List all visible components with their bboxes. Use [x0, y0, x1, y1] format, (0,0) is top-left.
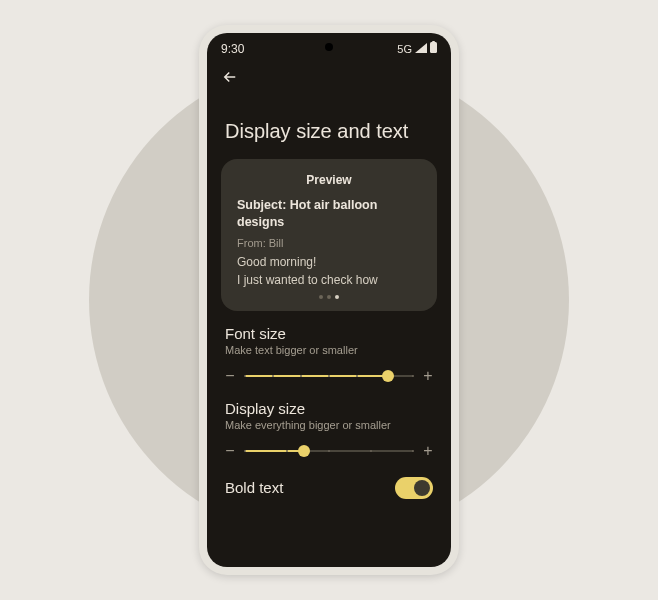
- dot: [327, 295, 331, 299]
- back-button[interactable]: [207, 60, 451, 98]
- font-size-slider[interactable]: [245, 366, 413, 386]
- bold-text-toggle[interactable]: [395, 477, 433, 499]
- display-size-slider-row: − +: [225, 441, 433, 461]
- battery-icon: [430, 41, 437, 56]
- page-dots: [237, 295, 421, 299]
- page-title: Display size and text: [207, 98, 451, 159]
- font-size-section: Font size Make text bigger or smaller − …: [207, 311, 451, 386]
- display-size-title: Display size: [225, 400, 433, 417]
- display-size-subtitle: Make everything bigger or smaller: [225, 419, 433, 431]
- phone-frame: 9:30 5G Display size and text Preview Su…: [199, 25, 459, 575]
- font-size-plus[interactable]: +: [423, 367, 433, 385]
- bold-text-row: Bold text: [207, 461, 451, 499]
- display-size-minus[interactable]: −: [225, 442, 235, 460]
- svg-rect-0: [430, 42, 437, 53]
- bold-text-label: Bold text: [225, 479, 283, 496]
- signal-icon: [415, 42, 427, 56]
- front-camera: [325, 43, 333, 51]
- preview-line2: I just wanted to check how: [237, 273, 421, 287]
- preview-subject: Subject: Hot air balloon designs: [237, 197, 421, 231]
- slider-fill: [245, 450, 304, 452]
- slider-fill: [245, 375, 388, 377]
- dot-active: [335, 295, 339, 299]
- slider-thumb[interactable]: [382, 370, 394, 382]
- dot: [319, 295, 323, 299]
- font-size-subtitle: Make text bigger or smaller: [225, 344, 433, 356]
- phone-screen: 9:30 5G Display size and text Preview Su…: [207, 33, 451, 567]
- preview-label: Preview: [237, 173, 421, 187]
- preview-line1: Good morning!: [237, 255, 421, 269]
- slider-thumb[interactable]: [298, 445, 310, 457]
- toggle-thumb: [414, 480, 430, 496]
- preview-from: From: Bill: [237, 237, 421, 249]
- font-size-minus[interactable]: −: [225, 367, 235, 385]
- status-right: 5G: [397, 41, 437, 56]
- font-size-title: Font size: [225, 325, 433, 342]
- back-arrow-icon: [221, 68, 239, 86]
- svg-rect-1: [432, 41, 435, 43]
- display-size-section: Display size Make everything bigger or s…: [207, 386, 451, 461]
- font-size-slider-row: − +: [225, 366, 433, 386]
- display-size-plus[interactable]: +: [423, 442, 433, 460]
- preview-card[interactable]: Preview Subject: Hot air balloon designs…: [221, 159, 437, 311]
- network-label: 5G: [397, 43, 412, 55]
- status-time: 9:30: [221, 42, 244, 56]
- display-size-slider[interactable]: [245, 441, 413, 461]
